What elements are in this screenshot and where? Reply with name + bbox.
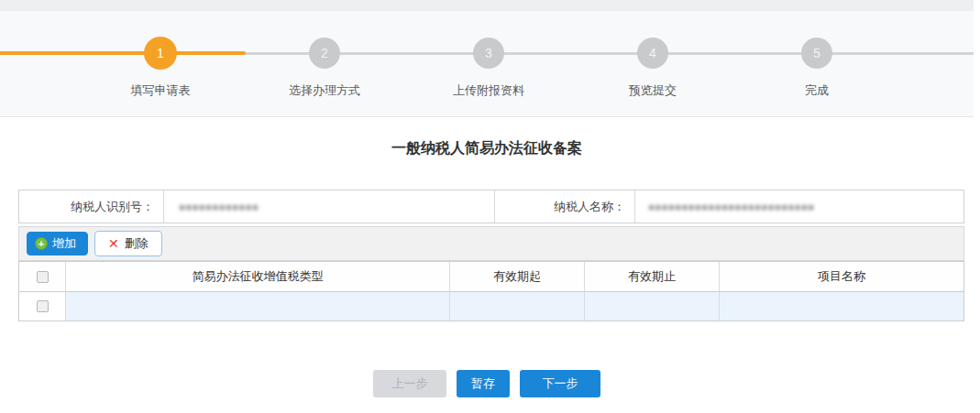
taxpayer-name-field: ●●●●●●●●●●●●●●●●●●●●●●●●● [635, 190, 963, 223]
delete-x-icon: ✕ [108, 237, 119, 250]
taxpayer-id-field: ●●●●●●●●●●●● [164, 190, 495, 223]
footer-actions: 上一步 暂存 下一步 [0, 370, 974, 397]
step-5-circle: 5 [801, 38, 832, 69]
taxpayer-info-row: 纳税人识别号： ●●●●●●●●●●●● 纳税人名称： ●●●●●●●●●●●●… [18, 190, 964, 223]
next-step-button[interactable]: 下一步 [520, 370, 600, 397]
row-valid-from-cell[interactable] [450, 292, 585, 321]
top-strip [0, 0, 974, 11]
step-4-circle: 4 [637, 38, 668, 69]
step-3-circle: 3 [473, 38, 504, 69]
delete-row-button-label: 删除 [125, 235, 149, 252]
step-5-label: 完成 [734, 82, 899, 99]
plus-circle-icon: + [35, 237, 48, 250]
scrollbar-gutter [974, 0, 980, 413]
save-draft-button[interactable]: 暂存 [457, 370, 510, 397]
step-1-label: 填写申请表 [78, 82, 243, 99]
taxpayer-id-label: 纳税人识别号： [19, 190, 164, 223]
step-1-circle: 1 [144, 37, 177, 70]
header-valid-from: 有效期起 [450, 261, 585, 292]
table-toolbar: + 增加 ✕ 删除 [18, 226, 964, 261]
prev-step-button[interactable]: 上一步 [373, 370, 446, 397]
row-checkbox-cell [19, 292, 66, 321]
add-row-button-label: 增加 [52, 235, 76, 252]
step-4-label: 预览提交 [570, 82, 735, 99]
taxpayer-id-value-redacted: ●●●●●●●●●●●● [179, 201, 259, 213]
header-valid-to: 有效期止 [585, 261, 720, 292]
delete-row-button[interactable]: ✕ 删除 [94, 231, 162, 256]
stepper-progress [0, 51, 246, 55]
page-title: 一般纳税人简易办法征收备案 [0, 139, 974, 158]
vat-items-table: 简易办法征收增值税类型 有效期起 有效期止 项目名称 [18, 261, 964, 321]
taxpayer-name-value-redacted: ●●●●●●●●●●●●●●●●●●●●●●●●● [648, 201, 814, 213]
step-3-label: 上传附报资料 [406, 82, 571, 99]
header-vat-type: 简易办法征收增值税类型 [66, 261, 450, 292]
row-vat-type-cell[interactable] [66, 292, 450, 321]
table-row [19, 292, 963, 321]
app-window: 1 2 3 4 5 填写申请表 选择办理方式 上传附报资料 预览提交 完成 一般… [0, 0, 980, 413]
step-2-circle: 2 [309, 38, 340, 69]
taxpayer-name-label: 纳税人名称： [495, 190, 635, 223]
step-2-label: 选择办理方式 [242, 82, 407, 99]
row-project-name-cell[interactable] [720, 292, 963, 321]
table-header-row: 简易办法征收增值税类型 有效期起 有效期止 项目名称 [19, 261, 963, 292]
row-checkbox[interactable] [37, 300, 49, 312]
header-checkbox-cell [19, 261, 66, 292]
select-all-checkbox[interactable] [37, 271, 49, 283]
header-project-name: 项目名称 [720, 261, 963, 292]
add-row-button[interactable]: + 增加 [27, 232, 88, 255]
row-valid-to-cell[interactable] [585, 292, 720, 321]
wizard-stepper: 1 2 3 4 5 填写申请表 选择办理方式 上传附报资料 预览提交 完成 [0, 11, 974, 117]
